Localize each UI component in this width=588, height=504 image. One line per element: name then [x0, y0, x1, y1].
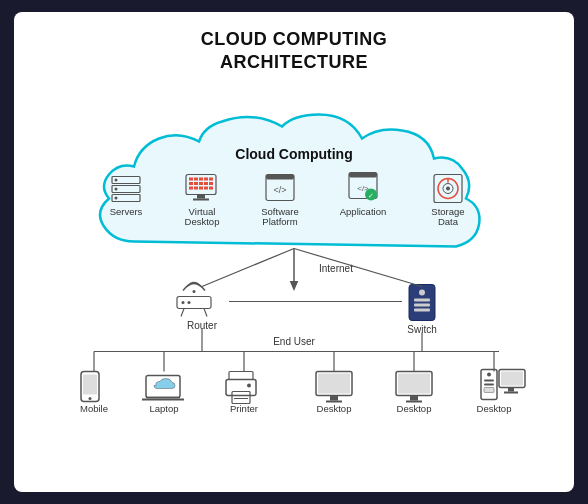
svg-rect-20 [204, 187, 208, 190]
page-title: CLOUD COMPUTINGARCHITECTURE [201, 28, 388, 73]
application-label: Application [340, 206, 386, 217]
svg-point-41 [193, 290, 196, 293]
svg-point-75 [247, 384, 251, 388]
svg-line-45 [181, 309, 184, 317]
svg-text:</>: </> [273, 185, 286, 195]
laptop-icon [142, 376, 184, 400]
svg-rect-90 [501, 372, 523, 386]
servers-label: Servers [110, 206, 143, 217]
svg-rect-49 [414, 299, 430, 302]
mobile-label: Mobile [80, 403, 108, 414]
printer-icon [226, 372, 256, 404]
svg-point-44 [188, 301, 191, 304]
diagram-area: Cloud Computing Servers [34, 83, 554, 480]
svg-rect-51 [414, 309, 430, 312]
svg-rect-9 [199, 178, 203, 181]
end-user-label: End User [273, 336, 315, 347]
svg-text:Data: Data [438, 216, 459, 227]
svg-rect-7 [189, 178, 193, 181]
svg-rect-23 [193, 199, 209, 201]
svg-point-3 [115, 179, 118, 182]
svg-rect-8 [194, 178, 198, 181]
svg-rect-78 [330, 396, 338, 401]
mobile-icon [81, 372, 99, 402]
svg-rect-11 [209, 178, 213, 181]
svg-rect-91 [508, 388, 514, 392]
svg-line-52 [202, 249, 294, 287]
cloud-label: Cloud Computing [235, 146, 352, 162]
svg-rect-15 [204, 182, 208, 185]
svg-rect-22 [197, 195, 205, 199]
router-icon [177, 283, 211, 317]
svg-rect-77 [318, 374, 350, 394]
svg-rect-70 [229, 372, 253, 380]
svg-rect-71 [226, 380, 256, 396]
svg-text:Platform: Platform [262, 216, 297, 227]
desktop2-icon [396, 372, 432, 403]
svg-rect-19 [199, 187, 203, 190]
desktop3-icon [481, 370, 525, 400]
svg-rect-81 [398, 374, 430, 394]
svg-rect-12 [189, 182, 193, 185]
desktop2-label: Desktop [397, 403, 432, 414]
laptop-label: Laptop [149, 403, 178, 414]
svg-rect-92 [504, 392, 518, 394]
svg-rect-65 [83, 375, 97, 395]
svg-line-53 [294, 249, 422, 287]
main-card: CLOUD COMPUTINGARCHITECTURE Cloud Comput… [14, 12, 574, 492]
svg-point-48 [419, 290, 425, 296]
svg-rect-21 [209, 187, 213, 190]
svg-point-66 [89, 397, 92, 400]
svg-rect-14 [199, 182, 203, 185]
svg-rect-88 [484, 388, 494, 393]
svg-rect-16 [209, 182, 213, 185]
svg-rect-17 [189, 187, 193, 190]
switch-icon [409, 285, 435, 321]
svg-point-37 [446, 187, 450, 191]
svg-rect-82 [410, 396, 418, 401]
svg-rect-30 [349, 173, 377, 178]
svg-rect-50 [414, 304, 430, 307]
svg-rect-13 [194, 182, 198, 185]
desktop1-label: Desktop [317, 403, 352, 414]
svg-rect-86 [484, 380, 494, 382]
desktop1-icon [316, 372, 352, 403]
svg-text:Desktop: Desktop [185, 216, 220, 227]
svg-rect-18 [194, 187, 198, 190]
svg-rect-26 [266, 175, 294, 180]
svg-point-4 [115, 188, 118, 191]
svg-point-85 [487, 373, 491, 377]
svg-rect-10 [204, 178, 208, 181]
svg-text:✓: ✓ [368, 192, 374, 199]
svg-line-46 [204, 309, 207, 317]
svg-point-5 [115, 197, 118, 200]
svg-rect-87 [484, 384, 494, 386]
desktop3-label: Desktop [477, 403, 512, 414]
printer-label: Printer [230, 403, 258, 414]
svg-point-43 [182, 301, 185, 304]
